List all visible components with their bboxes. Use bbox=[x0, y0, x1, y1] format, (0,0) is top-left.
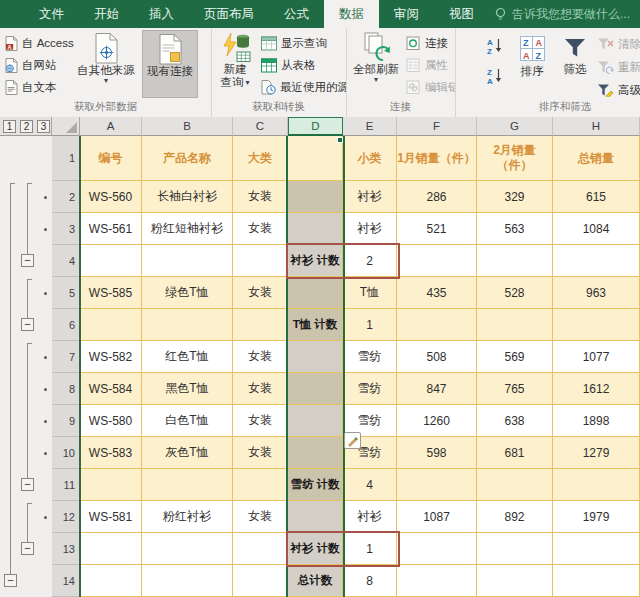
cell-C11[interactable] bbox=[233, 469, 288, 501]
select-all-corner[interactable] bbox=[52, 117, 80, 136]
cell-F7[interactable]: 508 bbox=[397, 341, 477, 373]
row-header-10[interactable]: 10 bbox=[52, 437, 80, 469]
cell-E14[interactable]: 8 bbox=[343, 565, 397, 597]
tell-me-box[interactable]: 告诉我您想要做什么... bbox=[494, 0, 630, 28]
cell-E6[interactable]: 1 bbox=[343, 309, 397, 341]
from-text-button[interactable]: 自文本 bbox=[5, 78, 57, 96]
cell-G3[interactable]: 563 bbox=[477, 213, 553, 245]
cell-B7[interactable]: 红色T恤 bbox=[142, 341, 233, 373]
cell-F4[interactable] bbox=[397, 245, 477, 277]
cell-A13[interactable] bbox=[80, 533, 142, 565]
outline-level-2-button[interactable]: 2 bbox=[20, 120, 33, 133]
outline-collapse-button-row13[interactable]: − bbox=[21, 542, 34, 555]
row-header-11[interactable]: 11 bbox=[52, 469, 80, 501]
advanced-filter-button[interactable]: 高级 bbox=[597, 82, 640, 98]
cell-A12[interactable]: WS-581 bbox=[80, 501, 142, 533]
from-web-button[interactable]: 自网站 bbox=[5, 56, 57, 74]
cell-G12[interactable]: 892 bbox=[477, 501, 553, 533]
row-header-13[interactable]: 13 bbox=[52, 533, 80, 565]
row-header-1[interactable]: 1 bbox=[52, 136, 80, 181]
cell-D13[interactable]: 衬衫 计数 bbox=[288, 533, 343, 565]
cell-G13[interactable] bbox=[477, 533, 553, 565]
cell-G2[interactable]: 329 bbox=[477, 181, 553, 213]
cell-H4[interactable] bbox=[553, 245, 640, 277]
tab-view[interactable]: 视图 bbox=[434, 0, 489, 28]
cell-C14[interactable] bbox=[233, 565, 288, 597]
tab-insert[interactable]: 插入 bbox=[134, 0, 189, 28]
cell-E1[interactable]: 小类 bbox=[343, 136, 397, 181]
cell-D1[interactable] bbox=[288, 136, 343, 181]
cell-A14[interactable] bbox=[80, 565, 142, 597]
cell-H9[interactable]: 1898 bbox=[553, 405, 640, 437]
cell-F2[interactable]: 286 bbox=[397, 181, 477, 213]
outline-collapse-button-row14[interactable]: − bbox=[4, 574, 17, 587]
cell-F6[interactable] bbox=[397, 309, 477, 341]
cell-D3[interactable] bbox=[288, 213, 343, 245]
clear-filter-button[interactable]: 清除 bbox=[597, 36, 640, 52]
from-access-button[interactable]: A 自 Access bbox=[5, 34, 74, 52]
properties-button[interactable]: 属性 bbox=[406, 56, 448, 74]
cell-C1[interactable]: 大类 bbox=[233, 136, 288, 181]
cell-C3[interactable]: 女装 bbox=[233, 213, 288, 245]
cell-C7[interactable]: 女装 bbox=[233, 341, 288, 373]
sort-ascending-button[interactable]: AZ bbox=[485, 36, 503, 56]
cell-H5[interactable]: 963 bbox=[553, 277, 640, 309]
cell-A1[interactable]: 编号 bbox=[80, 136, 142, 181]
cell-E7[interactable]: 雪纺 bbox=[343, 341, 397, 373]
cell-C6[interactable] bbox=[233, 309, 288, 341]
outline-level-1-button[interactable]: 1 bbox=[3, 120, 16, 133]
cell-A7[interactable]: WS-582 bbox=[80, 341, 142, 373]
cell-F13[interactable] bbox=[397, 533, 477, 565]
cell-E4[interactable]: 2 bbox=[343, 245, 397, 277]
cell-G10[interactable]: 681 bbox=[477, 437, 553, 469]
cell-B13[interactable] bbox=[142, 533, 233, 565]
cell-B14[interactable] bbox=[142, 565, 233, 597]
cell-D14[interactable]: 总计数 bbox=[288, 565, 343, 597]
cell-C5[interactable]: 女装 bbox=[233, 277, 288, 309]
row-header-9[interactable]: 9 bbox=[52, 405, 80, 437]
flash-fill-options-icon[interactable] bbox=[344, 432, 361, 449]
cell-H12[interactable]: 1979 bbox=[553, 501, 640, 533]
cell-B2[interactable]: 长袖白衬衫 bbox=[142, 181, 233, 213]
show-queries-button[interactable]: 显示查询 bbox=[261, 34, 327, 52]
cell-B3[interactable]: 粉红短袖衬衫 bbox=[142, 213, 233, 245]
tab-home[interactable]: 开始 bbox=[79, 0, 134, 28]
cell-B10[interactable]: 灰色T恤 bbox=[142, 437, 233, 469]
cell-E13[interactable]: 1 bbox=[343, 533, 397, 565]
column-header-G[interactable]: G bbox=[477, 117, 553, 136]
cell-F14[interactable] bbox=[397, 565, 477, 597]
cell-A9[interactable]: WS-580 bbox=[80, 405, 142, 437]
row-header-14[interactable]: 14 bbox=[52, 565, 80, 597]
cell-G6[interactable] bbox=[477, 309, 553, 341]
cell-D2[interactable] bbox=[288, 181, 343, 213]
cell-H14[interactable] bbox=[553, 565, 640, 597]
cell-F8[interactable]: 847 bbox=[397, 373, 477, 405]
cell-H11[interactable] bbox=[553, 469, 640, 501]
cell-C13[interactable] bbox=[233, 533, 288, 565]
cell-D6[interactable]: T恤 计数 bbox=[288, 309, 343, 341]
sort-button[interactable]: ZAAZ 排序 bbox=[511, 30, 553, 100]
row-header-12[interactable]: 12 bbox=[52, 501, 80, 533]
cell-G14[interactable] bbox=[477, 565, 553, 597]
cell-A5[interactable]: WS-585 bbox=[80, 277, 142, 309]
cell-F9[interactable]: 1260 bbox=[397, 405, 477, 437]
cell-G1[interactable]: 2月销量（件） bbox=[477, 136, 553, 181]
edit-links-button[interactable]: 编辑链接 bbox=[406, 78, 456, 96]
cell-B12[interactable]: 粉红衬衫 bbox=[142, 501, 233, 533]
cell-C12[interactable]: 女装 bbox=[233, 501, 288, 533]
cell-E11[interactable]: 4 bbox=[343, 469, 397, 501]
row-header-2[interactable]: 2 bbox=[52, 181, 80, 213]
tab-page-layout[interactable]: 页面布局 bbox=[189, 0, 269, 28]
cell-B8[interactable]: 黑色T恤 bbox=[142, 373, 233, 405]
cell-D4[interactable]: 衬衫 计数 bbox=[288, 245, 343, 277]
cell-A10[interactable]: WS-583 bbox=[80, 437, 142, 469]
cell-D7[interactable] bbox=[288, 341, 343, 373]
cell-H1[interactable]: 总销量 bbox=[553, 136, 640, 181]
cell-C8[interactable]: 女装 bbox=[233, 373, 288, 405]
cell-D12[interactable] bbox=[288, 501, 343, 533]
filter-button[interactable]: 筛选 bbox=[555, 30, 595, 100]
row-header-4[interactable]: 4 bbox=[52, 245, 80, 277]
cell-A11[interactable] bbox=[80, 469, 142, 501]
cell-D11[interactable]: 雪纺 计数 bbox=[288, 469, 343, 501]
outline-level-3-button[interactable]: 3 bbox=[37, 120, 50, 133]
